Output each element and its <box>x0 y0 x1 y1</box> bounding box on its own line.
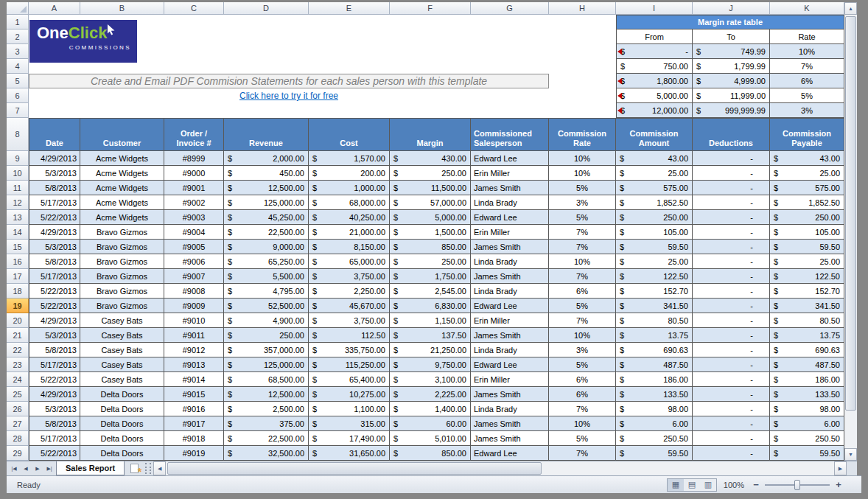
row-header-13[interactable]: 13 <box>7 210 29 225</box>
cell-E21[interactable]: $112.50 <box>309 328 390 343</box>
cell-K2[interactable]: Rate <box>770 29 844 44</box>
cell-I17[interactable]: $122.50 <box>616 269 693 284</box>
cell-C22[interactable]: #9012 <box>164 343 224 357</box>
cell-J15[interactable]: - <box>693 240 770 254</box>
cell-E20[interactable]: $3,750.00 <box>309 313 390 328</box>
cell-D21[interactable]: $250.00 <box>224 328 309 343</box>
cell-G24[interactable]: Erin Miller <box>471 372 549 387</box>
cell-G29[interactable]: Edward Lee <box>471 446 549 461</box>
cell-E24[interactable]: $65,400.00 <box>309 372 390 387</box>
cell-H20[interactable]: 7% <box>549 313 616 328</box>
cell-K6[interactable]: 5% <box>770 88 844 103</box>
cell-B20[interactable]: Casey Bats <box>80 313 164 328</box>
cell-C18[interactable]: #9008 <box>164 284 224 299</box>
cell-F26[interactable]: $1,400.00 <box>390 402 471 416</box>
column-header-F[interactable]: F <box>390 2 471 15</box>
cell-F27[interactable]: $60.00 <box>390 416 471 431</box>
cell-J29[interactable]: - <box>693 446 770 461</box>
cell-I21[interactable]: $13.75 <box>616 328 693 343</box>
row-header-26[interactable]: 26 <box>7 402 29 416</box>
cell-D23[interactable]: $125,000.00 <box>224 357 309 372</box>
cell-F17[interactable]: $1,750.00 <box>390 269 471 284</box>
cell-D27[interactable]: $375.00 <box>224 416 309 431</box>
cell-I20[interactable]: $80.50 <box>616 313 693 328</box>
cell-K10[interactable]: $25.00 <box>770 166 844 181</box>
cell-A14[interactable]: 4/29/2013 <box>29 225 80 240</box>
cell-E12[interactable]: $68,000.00 <box>309 195 390 210</box>
cell-A16[interactable]: 5/8/2013 <box>29 254 80 269</box>
cell-G17[interactable]: James Smith <box>471 269 549 284</box>
cell-F20[interactable]: $1,150.00 <box>390 313 471 328</box>
cell-C10[interactable]: #9000 <box>164 166 224 181</box>
column-header-C[interactable]: C <box>164 2 224 15</box>
cell-K4[interactable]: 7% <box>770 59 844 74</box>
cell-E17[interactable]: $3,750.00 <box>309 269 390 284</box>
cell-I14[interactable]: $105.00 <box>616 225 693 240</box>
page-break-view-button[interactable]: ▥ <box>700 479 716 491</box>
column-header-H[interactable]: H <box>549 2 616 15</box>
column-title-commission-amount[interactable]: Commission Amount <box>616 118 693 151</box>
cell-E27[interactable]: $315.00 <box>309 416 390 431</box>
cell-K14[interactable]: $105.00 <box>770 225 844 240</box>
cell-B26[interactable]: Delta Doors <box>80 402 164 416</box>
cell-H16[interactable]: 10% <box>549 254 616 269</box>
cell-E11[interactable]: $1,000.00 <box>309 181 390 195</box>
row-header-16[interactable]: 16 <box>7 254 29 269</box>
cell-I6[interactable]: $5,000.00 <box>616 88 693 103</box>
cell-F9[interactable]: $430.00 <box>390 151 471 166</box>
row-header-3[interactable]: 3 <box>7 44 29 59</box>
cell-H15[interactable]: 7% <box>549 240 616 254</box>
cell-C20[interactable]: #9010 <box>164 313 224 328</box>
cell-F19[interactable]: $6,830.00 <box>390 299 471 313</box>
cell-K7[interactable]: 3% <box>770 103 844 118</box>
cell-H28[interactable]: 5% <box>549 431 616 446</box>
cell-K22[interactable]: $690.63 <box>770 343 844 357</box>
cell-E26[interactable]: $1,100.00 <box>309 402 390 416</box>
cell-C25[interactable]: #9015 <box>164 387 224 402</box>
column-title-cost[interactable]: Cost <box>309 118 390 151</box>
cell-I5[interactable]: $1,800.00 <box>616 74 693 88</box>
horizontal-scroll-thumb[interactable] <box>167 462 542 475</box>
cell-B11[interactable]: Acme Widgets <box>80 181 164 195</box>
zoom-in-button[interactable]: + <box>833 479 844 490</box>
cell-A17[interactable]: 5/17/2013 <box>29 269 80 284</box>
cell-I13[interactable]: $250.00 <box>616 210 693 225</box>
row-header-6[interactable]: 6 <box>7 88 29 103</box>
column-title-deductions[interactable]: Deductions <box>693 118 770 151</box>
cell-D26[interactable]: $2,500.00 <box>224 402 309 416</box>
cell-I9[interactable]: $43.00 <box>616 151 693 166</box>
cell-F23[interactable]: $9,750.00 <box>390 357 471 372</box>
cell-E23[interactable]: $115,250.00 <box>309 357 390 372</box>
cell-J14[interactable]: - <box>693 225 770 240</box>
column-header-G[interactable]: G <box>471 2 549 15</box>
margin-table-title[interactable]: Margin rate table <box>616 15 844 29</box>
cell-B10[interactable]: Acme Widgets <box>80 166 164 181</box>
cell-K3[interactable]: 10% <box>770 44 844 59</box>
cell-A21[interactable]: 5/3/2013 <box>29 328 80 343</box>
cell-B12[interactable]: Acme Widgets <box>80 195 164 210</box>
cell-F21[interactable]: $137.50 <box>390 328 471 343</box>
cell-F12[interactable]: $57,000.00 <box>390 195 471 210</box>
cell-J20[interactable]: - <box>693 313 770 328</box>
cell-B23[interactable]: Casey Bats <box>80 357 164 372</box>
cell-B24[interactable]: Casey Bats <box>80 372 164 387</box>
cell-I19[interactable]: $341.50 <box>616 299 693 313</box>
cell-H10[interactable]: 10% <box>549 166 616 181</box>
cell-E28[interactable]: $17,490.00 <box>309 431 390 446</box>
cell-K19[interactable]: $341.50 <box>770 299 844 313</box>
cell-G21[interactable]: James Smith <box>471 328 549 343</box>
row-header-4[interactable]: 4 <box>7 59 29 74</box>
column-header-B[interactable]: B <box>80 2 164 15</box>
cell-A28[interactable]: 5/17/2013 <box>29 431 80 446</box>
cell-D14[interactable]: $22,500.00 <box>224 225 309 240</box>
cell-J28[interactable]: - <box>693 431 770 446</box>
cell-J5[interactable]: $4,999.00 <box>693 74 770 88</box>
cell-A20[interactable]: 4/29/2013 <box>29 313 80 328</box>
cell-J13[interactable]: - <box>693 210 770 225</box>
column-title-revenue[interactable]: Revenue <box>224 118 309 151</box>
cell-C29[interactable]: #9019 <box>164 446 224 461</box>
cell-A10[interactable]: 5/3/2013 <box>29 166 80 181</box>
cell-D16[interactable]: $65,250.00 <box>224 254 309 269</box>
try-free-link[interactable]: Click here to try it for free <box>239 91 338 101</box>
column-header-A[interactable]: A <box>29 2 80 15</box>
